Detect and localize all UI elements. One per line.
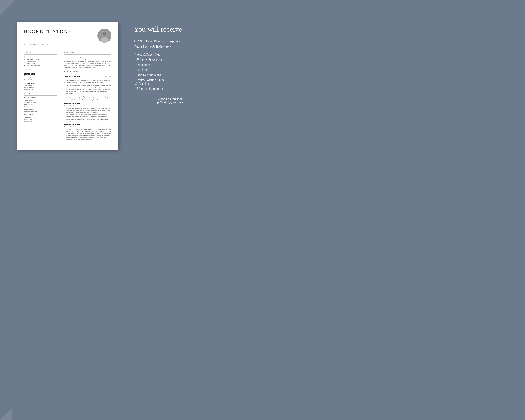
skill-adobe: Adobe Suite	[24, 116, 57, 119]
feature-item: - US Letter & A4 sizes	[134, 58, 206, 62]
big-feature-2: Cover Letter & References	[134, 45, 206, 49]
skill-time-management: Time Management	[24, 106, 57, 108]
contact-email: ✉ youremail@mail.com	[24, 58, 57, 60]
feature-item: - Resume Writing Guide & Checklist	[134, 78, 206, 85]
contact-linkedin: in Linkedin.com/in/first-lastname	[24, 61, 57, 64]
gold-divider	[134, 35, 155, 35]
receive-title: You will receive:	[134, 25, 206, 33]
svg-point-3	[102, 31, 107, 36]
exp-desc-1: Re-read the job posting that you are app…	[64, 79, 112, 84]
bullet-item: Describe your achievements while in this…	[66, 107, 112, 113]
email-icon: ✉	[24, 58, 26, 60]
skills-section-title: SKILLS	[24, 93, 57, 94]
skill-reducing-costs: Reducing Costs	[24, 104, 57, 106]
exp-bullets-3: To change the photo on the resume, right…	[64, 128, 112, 141]
page-wrapper: BECKETT STONE PROFESSIONAL TITLE	[3, 18, 212, 153]
bullet-item: If you have a square photo and you want …	[66, 135, 112, 141]
header-divider	[24, 47, 112, 47]
feature-list: - Word & Pages files - US Letter & A4 si…	[134, 53, 206, 92]
svg-point-4	[103, 33, 104, 34]
edu-year-1: Graduation Year	[24, 79, 57, 81]
skill-html: HTML & CSS	[24, 119, 57, 121]
edu-entry-1: DEGREE HERE Concentration University, Lo…	[24, 73, 57, 81]
skill-improving-efficiency: Improving Efficiency	[24, 101, 57, 104]
info-panel: You will receive: 1, 2 & 3 Page Resume T…	[129, 18, 212, 111]
exp-bullets-1: When the hiring team or computer system …	[64, 84, 112, 101]
profile-photo	[97, 29, 112, 43]
exp-date-1: Date - Date	[105, 75, 112, 77]
bullet-item: To change the photo on the resume, right…	[66, 128, 112, 134]
professional-title: PROFESSIONAL TITLE	[24, 44, 112, 45]
exp-company-2: Company, Location	[64, 105, 112, 107]
skill-conflict-resolution: Conflict Resolution	[24, 108, 57, 111]
summary-section-title: SUMMARY	[64, 52, 112, 54]
skill-asana: Asana & Trello	[24, 121, 57, 123]
corner-decoration-tl	[0, 0, 16, 16]
linkedin-value: Linkedin.com/in/first-lastname	[27, 61, 37, 64]
edu-degree-1: DEGREE HERE	[24, 73, 57, 75]
resume-name-block: BECKETT STONE	[24, 29, 72, 34]
exp-entry-2: POSITION TITLE HERE Date - Date Company,…	[64, 103, 112, 122]
right-column: SUMMARY Use this area to quickly sell yo…	[61, 49, 112, 143]
exp-entry-1: POSITION TITLE HERE Date - Date Company,…	[64, 75, 112, 101]
technical-skills-label: // TECHNICAL	[24, 114, 57, 115]
edu-concentration-1: Concentration	[24, 75, 57, 77]
exp-header-2: POSITION TITLE HERE Date - Date	[64, 103, 112, 105]
exp-entry-3: POSITION TITLE HERE Date - Date Company,…	[64, 124, 112, 141]
big-feature-1: 1, 2 & 3 Page Resume Templates	[134, 39, 206, 43]
exp-header-1: POSITION TITLE HERE Date - Date	[64, 75, 112, 77]
exp-company-3: Company, Location	[64, 126, 112, 128]
bullet-item: If you do nothing else, be sure you incl…	[66, 89, 112, 94]
svg-point-5	[105, 33, 106, 34]
summary-text: Use this area to quickly sell yourself a…	[64, 56, 112, 69]
contact-phone: ▯ 123.456.7890	[24, 56, 57, 58]
email-value: youremail@mail.com	[27, 59, 40, 60]
education-section-title: EDUCATION	[24, 69, 57, 71]
exp-title-3: POSITION TITLE HERE	[64, 124, 80, 126]
svg-point-2	[101, 37, 108, 43]
linkedin-icon: in	[24, 62, 26, 63]
resume-name: BECKETT STONE	[24, 29, 72, 34]
edu-university-1: University, Location	[24, 77, 57, 79]
left-column: CONTACT ▯ 123.456.7890 ✉ youremail@mail.…	[24, 49, 57, 143]
contact-section-title: CONTACT	[24, 52, 57, 54]
exp-bullets-2: Describe your achievements while in this…	[64, 107, 112, 122]
edu-entry-2: DEGREE HERE Concentration University, Lo…	[24, 83, 57, 90]
exp-title-1: POSITION TITLE HERE	[64, 75, 80, 77]
bullet-item: List any accomplishments that are most i…	[66, 118, 112, 122]
exp-company-1: Company, Location	[64, 77, 112, 79]
email-note: Email me any time atgetlanded@gmail.com	[134, 97, 206, 104]
location-value: City, State / Province	[27, 65, 40, 66]
contact-location: ● City, State / Province	[24, 65, 57, 66]
feature-item: - Instructions	[134, 63, 206, 67]
edu-year-2: Graduation Year	[24, 88, 57, 90]
professional-skills-label: // PROFESSIONAL	[24, 97, 57, 99]
resume-panel: BECKETT STONE PROFESSIONAL TITLE	[3, 18, 129, 153]
education-divider	[24, 72, 57, 72]
resume-body: CONTACT ▯ 123.456.7890 ✉ youremail@mail.…	[24, 49, 112, 143]
skill-mergers: Mergers & Acquisitions	[24, 110, 57, 112]
edu-concentration-2: Concentration	[24, 84, 57, 86]
edu-degree-2: DEGREE HERE	[24, 83, 57, 84]
resume-header: BECKETT STONE	[24, 29, 112, 43]
phone-value: 123.456.7890	[27, 56, 35, 58]
edu-university-2: University, Location	[24, 86, 57, 88]
exp-header-3: POSITION TITLE HERE Date - Date	[64, 124, 112, 126]
bullet-item: What did you do in this position that co…	[66, 113, 112, 118]
feature-item: - Unlimited Support =)	[134, 87, 206, 91]
exp-title-2: POSITION TITLE HERE	[64, 103, 80, 105]
resume-paper: BECKETT STONE PROFESSIONAL TITLE	[17, 22, 119, 150]
phone-icon: ▯	[24, 56, 26, 58]
bullet-item: Your resume needs to be targeted in orde…	[66, 95, 112, 101]
bullet-item: When the hiring team or computer system …	[66, 84, 112, 88]
feature-item: - Free fonts	[134, 68, 206, 72]
feature-item: - Word & Pages files	[134, 53, 206, 56]
feature-item: - Extra Resume Icons	[134, 73, 206, 77]
exp-date-2: Date - Date	[105, 103, 112, 105]
location-icon: ●	[24, 65, 26, 66]
skill-project-planning: Project Planning	[24, 99, 57, 102]
exp-date-3: Date - Date	[105, 124, 112, 126]
experience-section-title: EXPERIENCE	[64, 71, 112, 73]
